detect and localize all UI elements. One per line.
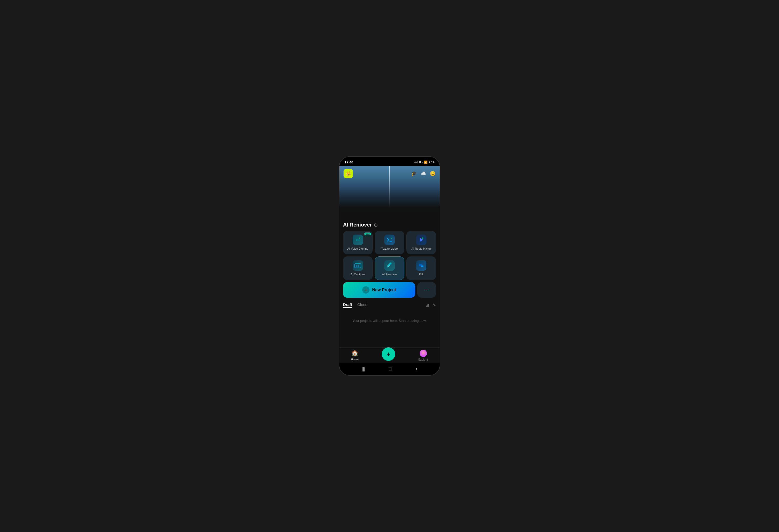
section-arrow-icon[interactable]: ⊙ <box>374 222 378 228</box>
home-label: Home <box>351 358 359 361</box>
feature-card-remover[interactable]: AI Remover <box>375 256 404 280</box>
create-plus-icon: + <box>386 350 390 358</box>
svg-rect-2 <box>358 239 358 241</box>
more-dots: ··· <box>424 287 429 293</box>
feature-card-voice-cloning[interactable]: New AI Voice Cloning <box>343 231 373 254</box>
section-header: AI Remover ⊙ <box>343 218 436 231</box>
system-nav: ||| □ ‹ <box>339 363 440 375</box>
system-recents-button[interactable]: ||| <box>362 366 365 372</box>
status-time: 19:40 <box>345 160 353 164</box>
svg-point-13 <box>420 350 427 357</box>
voice-cloning-icon <box>353 235 363 245</box>
hero-section: 👑 🎓 ☁️ 😊 <box>339 166 440 218</box>
main-content: AI Remover ⊙ New AI Voice Clo <box>339 218 440 332</box>
graduation-icon[interactable]: 🎓 <box>411 171 417 176</box>
status-icons: Vo LTE₁ 📶 47% <box>414 161 434 164</box>
new-project-button[interactable]: + New Project <box>343 282 415 298</box>
remover-label: AI Remover <box>382 273 397 276</box>
battery-text: 47% <box>429 161 434 164</box>
smiley-icon[interactable]: 😊 <box>430 171 435 176</box>
grid-view-icon[interactable]: ⊞ <box>426 303 429 307</box>
svg-point-4 <box>359 238 360 239</box>
empty-state-text: Your projects will appear here. Start cr… <box>352 319 427 322</box>
svg-rect-0 <box>356 239 357 241</box>
feature-card-text-to-video[interactable]: Text to Video <box>375 231 404 254</box>
tabs-left: Draft Cloud <box>343 302 367 308</box>
pip-label: PIP <box>419 273 423 276</box>
reels-maker-icon <box>416 235 426 245</box>
tab-cloud[interactable]: Cloud <box>357 302 367 308</box>
feature-card-captions[interactable]: CC AI Captions <box>343 256 373 280</box>
logo-icon: 👑 <box>345 171 351 176</box>
explore-avatar <box>420 350 427 357</box>
text-to-video-label: Text to Video <box>381 247 398 250</box>
feature-grid-row1: New AI Voice Cloning <box>343 231 436 254</box>
nav-explore[interactable]: Explore <box>418 350 428 361</box>
app-logo[interactable]: 👑 <box>344 169 353 178</box>
text-to-video-icon <box>384 235 395 245</box>
phone-frame: 19:40 Vo LTE₁ 📶 47% 👑 🎓 ☁️ 😊 AI Remover <box>339 156 440 376</box>
tabs-right: ⊞ ✎ <box>426 303 436 307</box>
reels-maker-label: AI Reels Maker <box>411 247 431 250</box>
status-bar: 19:40 Vo LTE₁ 📶 47% <box>339 157 440 166</box>
system-back-button[interactable]: ‹ <box>415 365 417 372</box>
top-bar: 👑 🎓 ☁️ 😊 <box>339 166 440 181</box>
tabs-row: Draft Cloud ⊞ ✎ <box>343 301 436 310</box>
section-title: AI Remover <box>343 222 372 228</box>
pip-icon <box>416 260 426 271</box>
explore-label: Explore <box>418 358 428 361</box>
wifi-icon: 📶 <box>424 161 428 164</box>
new-badge: New <box>364 233 371 235</box>
nav-home[interactable]: 🏠 Home <box>351 350 359 361</box>
captions-label: AI Captions <box>351 273 365 276</box>
voice-cloning-label: AI Voice Cloning <box>348 247 368 250</box>
svg-text:CC: CC <box>356 265 359 267</box>
new-project-label: New Project <box>372 288 396 292</box>
svg-rect-12 <box>421 265 423 267</box>
edit-icon[interactable]: ✎ <box>433 303 436 307</box>
signal-icon: Vo LTE₁ <box>414 161 423 164</box>
feature-card-reels-maker[interactable]: AI Reels Maker <box>406 231 436 254</box>
more-button[interactable]: ··· <box>417 282 436 298</box>
svg-rect-1 <box>357 239 357 241</box>
feature-card-pip[interactable]: PIP <box>406 256 436 280</box>
captions-icon: CC <box>353 260 363 271</box>
action-row: + New Project ··· <box>343 282 436 298</box>
nav-create-button[interactable]: + <box>382 347 395 361</box>
tab-draft[interactable]: Draft <box>343 302 352 308</box>
feature-grid-row2: CC AI Captions AI Remover <box>343 256 436 280</box>
system-home-button[interactable]: □ <box>389 366 392 372</box>
top-right-icons: 🎓 ☁️ 😊 <box>411 171 435 176</box>
remover-icon <box>384 260 395 271</box>
plus-icon: + <box>362 286 369 294</box>
svg-rect-3 <box>359 238 359 241</box>
home-icon: 🏠 <box>351 350 358 357</box>
empty-state: Your projects will appear here. Start cr… <box>343 310 436 332</box>
bottom-nav: 🏠 Home + Explore <box>339 347 440 363</box>
cloud-icon[interactable]: ☁️ <box>420 171 426 176</box>
